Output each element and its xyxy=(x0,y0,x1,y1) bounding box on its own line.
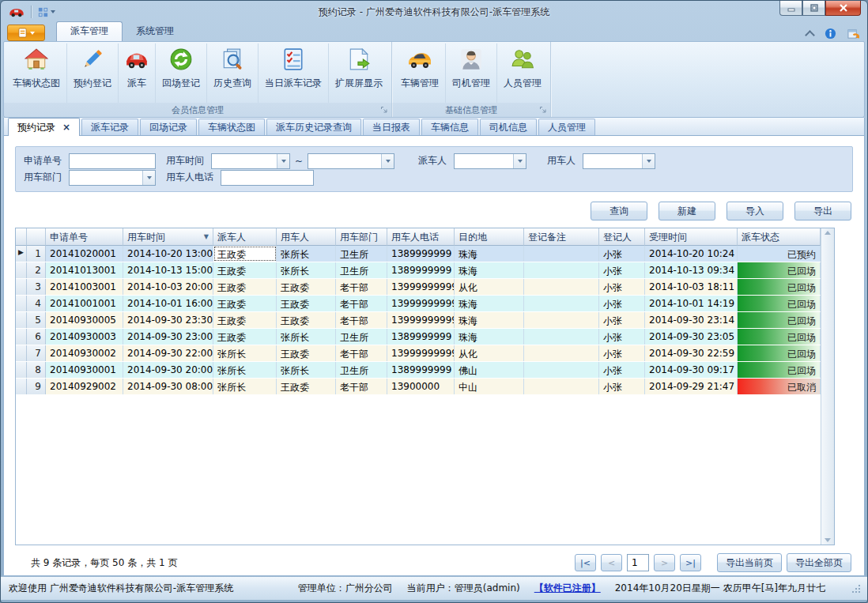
cell-dest[interactable]: 中山 xyxy=(455,379,524,394)
cell-dept[interactable]: 老干部 xyxy=(336,345,387,361)
phone-input[interactable] xyxy=(221,170,314,186)
table-row[interactable]: 2201410130012014-10-13 15:00王政委张所长卫生所138… xyxy=(16,262,821,279)
ribbon-tab-2[interactable]: 系统管理 xyxy=(123,22,187,41)
cell-dispatcher[interactable]: 王政委 xyxy=(213,329,277,345)
cell-use-time[interactable]: 2014-09-30 08:00 xyxy=(123,379,213,394)
minimize-button[interactable] xyxy=(779,1,802,16)
cell-phone[interactable]: 1389999999 xyxy=(387,329,455,345)
cell-order-no[interactable]: 20141001001 xyxy=(46,296,123,311)
chevron-down-icon[interactable] xyxy=(381,154,394,168)
doc-tab-8[interactable]: 司机信息 xyxy=(480,119,537,135)
cell-use-time[interactable]: 2014-09-30 23:00 xyxy=(123,329,213,345)
vertical-scrollbar[interactable] xyxy=(821,228,834,545)
chevron-down-icon[interactable] xyxy=(142,171,155,185)
cell-registrar[interactable]: 小张 xyxy=(599,246,645,262)
yellow-car-ribbon-button[interactable]: 车辆管理 xyxy=(394,43,445,103)
cell-use-time[interactable]: 2014-10-01 16:00 xyxy=(123,296,213,311)
column-header[interactable]: 登记人 xyxy=(599,228,645,246)
cell-remark[interactable] xyxy=(524,362,599,378)
house-ribbon-button[interactable]: 车辆状态图 xyxy=(6,43,66,103)
cell-dept[interactable]: 老干部 xyxy=(336,312,387,328)
doc-tab-3[interactable]: 回场记录 xyxy=(140,119,197,135)
screen-arrow-ribbon-button[interactable]: 扩展屏显示 xyxy=(328,43,389,103)
cell-phone[interactable]: 1389999999 xyxy=(387,262,455,278)
cell-use-time[interactable]: 2014-09-30 22:00 xyxy=(123,345,213,361)
cell-use-time[interactable]: 2014-09-30 23:30 xyxy=(123,312,213,328)
column-header[interactable]: 登记备注 xyxy=(524,228,599,246)
cell-registrar[interactable]: 小张 xyxy=(599,312,645,328)
dialog-launcher-icon[interactable] xyxy=(380,106,389,115)
cell-user[interactable]: 王政委 xyxy=(277,312,336,328)
column-header[interactable]: 派车人 xyxy=(213,228,277,246)
table-row[interactable]: 7201409300022014-09-30 22:00张所长王政委老干部139… xyxy=(16,345,821,362)
cell-order-no[interactable]: 20141003001 xyxy=(46,279,123,295)
cell-user[interactable]: 王政委 xyxy=(277,345,336,361)
table-row[interactable]: 6201409300032014-09-30 23:00王政委张所长卫生所138… xyxy=(16,329,821,345)
cell-accept-time[interactable]: 2014-10-03 18:11 xyxy=(645,279,738,295)
cell-dispatcher[interactable]: 张所长 xyxy=(213,345,277,361)
cell-remark[interactable] xyxy=(524,279,599,295)
cell-status[interactable]: 已回场 xyxy=(738,362,821,378)
cell-dept[interactable]: 卫生所 xyxy=(336,329,387,345)
cell-use-time[interactable]: 2014-09-30 20:00 xyxy=(123,362,213,378)
column-header[interactable]: 派车状态 xyxy=(738,228,821,246)
cell-accept-time[interactable]: 2014-10-13 09:34 xyxy=(645,262,738,278)
close-button[interactable] xyxy=(825,1,861,16)
cell-status[interactable]: 已取消 xyxy=(738,379,821,394)
cell-status[interactable]: 已回场 xyxy=(738,312,821,328)
column-header[interactable]: 用车人电话 xyxy=(387,228,455,246)
doc-tab-9[interactable]: 人员管理 xyxy=(538,119,595,135)
column-header[interactable]: 用车时间▼ xyxy=(123,228,213,246)
about-button[interactable] xyxy=(847,28,859,40)
cell-dest[interactable]: 从化 xyxy=(455,345,524,361)
chevron-down-icon[interactable] xyxy=(51,10,55,13)
cell-dispatcher[interactable]: 王政委 xyxy=(213,246,277,262)
cell-dept[interactable]: 老干部 xyxy=(336,296,387,311)
dispatcher-combo[interactable] xyxy=(454,153,526,169)
cell-user[interactable]: 王政委 xyxy=(277,279,336,295)
cell-dest[interactable]: 珠海 xyxy=(455,296,524,311)
cell-registrar[interactable]: 小张 xyxy=(599,362,645,378)
cell-registrar[interactable]: 小张 xyxy=(599,262,645,278)
cell-accept-time[interactable]: 2014-09-30 23:05 xyxy=(645,329,738,345)
cell-remark[interactable] xyxy=(524,329,599,345)
cell-order-no[interactable]: 20141020001 xyxy=(46,246,123,262)
last-page-button[interactable]: >| xyxy=(680,554,701,571)
cell-remark[interactable] xyxy=(524,246,599,262)
cell-phone[interactable]: 1389999999 xyxy=(387,362,455,378)
cell-phone[interactable]: 1389999999 xyxy=(387,246,455,262)
export-current-page-button[interactable]: 导出当前页 xyxy=(717,553,782,572)
cell-accept-time[interactable]: 2014-10-01 14:19 xyxy=(645,296,738,311)
cell-phone[interactable]: 13999999999 xyxy=(387,345,455,361)
cell-dest[interactable]: 珠海 xyxy=(455,262,524,278)
table-row[interactable]: 9201409290022014-09-30 08:00张所长王政委老干部139… xyxy=(16,379,821,395)
cell-dispatcher[interactable]: 张所长 xyxy=(213,362,277,378)
cell-accept-time[interactable]: 2014-10-20 10:24 xyxy=(645,246,738,262)
close-icon[interactable]: × xyxy=(62,122,70,133)
cell-remark[interactable] xyxy=(524,296,599,311)
cell-dest[interactable]: 珠海 xyxy=(455,246,524,262)
cell-remark[interactable] xyxy=(524,262,599,278)
cell-order-no[interactable]: 20140929002 xyxy=(46,379,123,394)
use-time-to-combo[interactable] xyxy=(308,153,394,169)
column-header-blank[interactable] xyxy=(27,228,46,246)
cell-user[interactable]: 张所长 xyxy=(277,246,336,262)
prev-page-button[interactable]: < xyxy=(601,554,622,571)
doc-tab-7[interactable]: 车辆信息 xyxy=(421,119,478,135)
cell-remark[interactable] xyxy=(524,345,599,361)
cell-order-no[interactable]: 20140930002 xyxy=(46,345,123,361)
cell-accept-time[interactable]: 2014-09-29 21:47 xyxy=(645,379,738,394)
cell-use-time[interactable]: 2014-10-20 13:00 xyxy=(123,246,213,262)
dialog-launcher-icon[interactable] xyxy=(539,106,548,115)
cell-dest[interactable]: 珠海 xyxy=(455,329,524,345)
user-combo[interactable] xyxy=(583,153,655,169)
order-no-input[interactable] xyxy=(69,153,156,169)
chevron-down-icon[interactable] xyxy=(513,154,526,168)
cell-dispatcher[interactable]: 王政委 xyxy=(213,279,277,295)
cell-accept-time[interactable]: 2014-09-30 22:59 xyxy=(645,345,738,361)
info-button[interactable] xyxy=(825,28,836,40)
cell-phone[interactable]: 13999999999 xyxy=(387,312,455,328)
cell-dispatcher[interactable]: 王政委 xyxy=(213,262,277,278)
cell-phone[interactable]: 13999999999 xyxy=(387,296,455,311)
chevron-down-icon[interactable] xyxy=(642,154,655,168)
